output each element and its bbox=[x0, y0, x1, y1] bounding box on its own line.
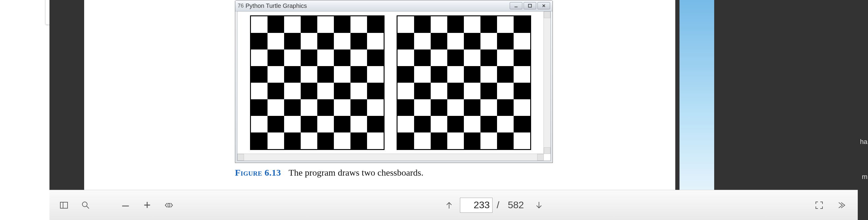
page-gutter-right bbox=[714, 0, 858, 190]
chess-square bbox=[514, 33, 530, 50]
chess-square bbox=[367, 50, 384, 66]
svg-rect-4 bbox=[60, 202, 67, 208]
turtle-canvas bbox=[239, 13, 542, 152]
chess-square bbox=[301, 132, 317, 149]
chess-square bbox=[350, 33, 367, 50]
maximize-button[interactable] bbox=[524, 2, 536, 9]
chess-square bbox=[367, 116, 384, 132]
chess-square bbox=[350, 83, 367, 99]
chess-square bbox=[317, 66, 334, 83]
chess-square bbox=[284, 116, 301, 132]
chess-square bbox=[284, 16, 301, 33]
window-title: Python Turtle Graphics bbox=[246, 2, 307, 9]
chess-square bbox=[497, 50, 514, 66]
figure-caption-text: The program draws two chessboards. bbox=[289, 167, 424, 178]
chess-square bbox=[480, 50, 497, 66]
chess-square bbox=[301, 83, 317, 99]
chess-square bbox=[334, 132, 350, 149]
chess-square bbox=[367, 33, 384, 50]
chess-square bbox=[431, 99, 447, 116]
chess-square bbox=[414, 132, 431, 149]
chess-square bbox=[367, 16, 384, 33]
chess-square bbox=[464, 33, 480, 50]
chess-square bbox=[268, 33, 284, 50]
chess-square bbox=[317, 132, 334, 149]
chess-square bbox=[414, 33, 431, 50]
chess-square bbox=[398, 99, 414, 116]
chess-square bbox=[514, 116, 530, 132]
chess-square bbox=[514, 132, 530, 149]
chess-square bbox=[317, 116, 334, 132]
zoom-out-button[interactable]: – bbox=[116, 196, 134, 214]
chess-square bbox=[284, 83, 301, 99]
chess-square bbox=[367, 83, 384, 99]
chess-square bbox=[464, 116, 480, 132]
chess-square bbox=[497, 16, 514, 33]
chess-square bbox=[480, 33, 497, 50]
chess-square bbox=[301, 66, 317, 83]
chess-square bbox=[464, 50, 480, 66]
more-tools-button[interactable] bbox=[832, 196, 850, 214]
chess-square bbox=[480, 116, 497, 132]
chess-square bbox=[301, 16, 317, 33]
chess-square bbox=[431, 16, 447, 33]
chessboard-2 bbox=[397, 15, 531, 150]
chess-square bbox=[334, 99, 350, 116]
svg-rect-8 bbox=[168, 203, 170, 207]
window-tk-prefix: 76 bbox=[238, 3, 244, 9]
document-page: 76 Python Turtle Graphics bbox=[84, 0, 675, 190]
chess-square bbox=[464, 16, 480, 33]
find-button[interactable] bbox=[76, 196, 95, 214]
chess-square bbox=[334, 16, 350, 33]
chessboard-1 bbox=[250, 15, 384, 150]
chess-square bbox=[284, 33, 301, 50]
chess-square bbox=[480, 16, 497, 33]
close-button[interactable] bbox=[537, 2, 550, 9]
chess-square bbox=[268, 83, 284, 99]
fit-width-button[interactable] bbox=[160, 196, 178, 214]
total-pages: 582 bbox=[508, 199, 524, 211]
right-fragment-1: m bbox=[858, 173, 868, 181]
chess-square bbox=[301, 116, 317, 132]
turtle-graphics-window: 76 Python Turtle Graphics bbox=[235, 0, 553, 163]
vertical-scrollbar[interactable] bbox=[544, 11, 550, 154]
chess-square bbox=[514, 99, 530, 116]
chess-square bbox=[514, 50, 530, 66]
chess-square bbox=[514, 16, 530, 33]
pdf-reader: 76 Python Turtle Graphics bbox=[50, 0, 858, 220]
chess-square bbox=[398, 83, 414, 99]
chess-square bbox=[251, 132, 268, 149]
page-gutter-left bbox=[50, 0, 84, 190]
chess-square bbox=[367, 99, 384, 116]
current-page-input[interactable] bbox=[460, 198, 493, 213]
chess-square bbox=[317, 83, 334, 99]
chess-square bbox=[251, 66, 268, 83]
chess-square bbox=[251, 50, 268, 66]
window-titlebar[interactable]: 76 Python Turtle Graphics bbox=[235, 0, 553, 11]
chess-square bbox=[447, 83, 464, 99]
chess-square bbox=[251, 83, 268, 99]
chess-square bbox=[268, 16, 284, 33]
chess-square bbox=[334, 83, 350, 99]
chess-square bbox=[414, 50, 431, 66]
chess-square bbox=[350, 132, 367, 149]
chess-square bbox=[350, 66, 367, 83]
chess-square bbox=[301, 33, 317, 50]
next-page-button[interactable] bbox=[530, 196, 548, 214]
fullscreen-button[interactable] bbox=[810, 196, 828, 214]
chess-square bbox=[268, 132, 284, 149]
pdf-toolbar: – + / 582 bbox=[50, 190, 858, 220]
chess-square bbox=[334, 66, 350, 83]
horizontal-scrollbar[interactable] bbox=[237, 154, 544, 161]
prev-page-button[interactable] bbox=[440, 196, 458, 214]
svg-point-6 bbox=[82, 202, 87, 207]
figure-label: Figure 6.13 bbox=[235, 167, 281, 178]
chess-square bbox=[497, 132, 514, 149]
zoom-in-button[interactable]: + bbox=[138, 196, 156, 214]
chess-square bbox=[350, 16, 367, 33]
sidebar-toggle-button[interactable] bbox=[55, 196, 73, 214]
document-viewport: 76 Python Turtle Graphics bbox=[50, 0, 858, 190]
chess-square bbox=[301, 99, 317, 116]
minimize-button[interactable] bbox=[510, 2, 522, 9]
chess-square bbox=[350, 116, 367, 132]
